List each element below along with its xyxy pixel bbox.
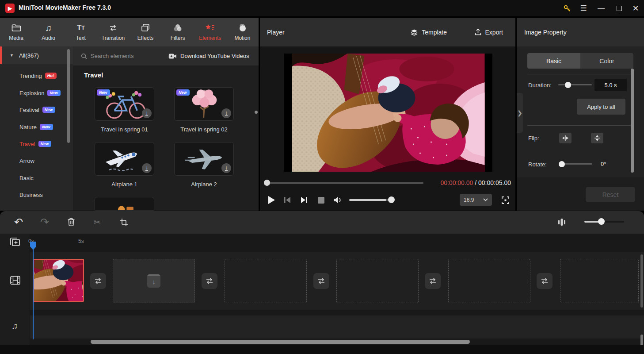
tab-label: Text: [76, 35, 86, 41]
download-icon[interactable]: ↓: [221, 163, 231, 173]
sidebar-item-label: Arrow: [19, 158, 34, 164]
crop-button[interactable]: [117, 215, 130, 229]
new-badge: New: [42, 107, 56, 113]
duration-slider-handle[interactable]: [565, 82, 571, 88]
minimize-button[interactable]: —: [594, 0, 609, 16]
tab-elements[interactable]: Elements: [194, 18, 226, 46]
duration-slider[interactable]: [558, 84, 592, 85]
tab-basic[interactable]: Basic: [527, 53, 580, 69]
timeline-horizontal-scrollbar[interactable]: [91, 340, 470, 344]
nav-tabbar: Media ♫ Audio TT Text Transition Effects…: [0, 18, 259, 46]
tab-color[interactable]: Color: [580, 53, 633, 69]
timeline-vertical-scrollbar[interactable]: [640, 254, 643, 308]
timeline-placeholder[interactable]: [225, 259, 307, 303]
timeline: ♫ 0s 5s ↓: [0, 234, 644, 354]
add-to-timeline-icon[interactable]: [9, 236, 21, 247]
sidebar-item-label: Basic: [19, 175, 34, 181]
folder-icon: [11, 23, 21, 33]
transition-slot[interactable]: [425, 273, 441, 289]
collapse-panel-button[interactable]: ❯: [517, 93, 523, 133]
download-icon[interactable]: ↓: [221, 108, 231, 118]
sidebar-item-festival[interactable]: FestivalNew: [0, 101, 73, 118]
element-card-travel-in-spring-02[interactable]: New ↓ Travel in spring 02: [174, 87, 234, 133]
volume-handle[interactable]: [388, 196, 395, 203]
property-panel-title: Image Property: [524, 29, 567, 36]
rotate-slider-handle[interactable]: [559, 161, 565, 167]
property-scrollbar[interactable]: [631, 69, 634, 173]
timeline-placeholder[interactable]: [560, 259, 639, 303]
tab-effects[interactable]: Effects: [130, 18, 162, 46]
export-button[interactable]: Export: [474, 18, 503, 46]
register-key-icon[interactable]: [560, 0, 575, 16]
transition-slot[interactable]: [90, 273, 106, 289]
volume-icon[interactable]: [332, 194, 344, 206]
reset-button[interactable]: Reset: [586, 187, 635, 202]
fullscreen-button[interactable]: [499, 194, 511, 206]
previous-frame-button[interactable]: [281, 194, 293, 206]
sidebar-item-all[interactable]: ▼ All(367): [0, 46, 73, 64]
seek-bar[interactable]: [264, 182, 423, 184]
panel-resize-handle[interactable]: [255, 111, 258, 114]
element-label: Airplane 1: [95, 181, 154, 188]
sidebar-scrollbar[interactable]: [67, 49, 70, 143]
play-button[interactable]: [265, 194, 278, 206]
volume-fill: [349, 199, 386, 201]
duration-value[interactable]: 5.0 s: [594, 79, 627, 91]
element-card-airplane-2[interactable]: ↓ Airplane 2: [174, 142, 234, 188]
download-icon[interactable]: ↓: [142, 108, 152, 118]
transition-slot[interactable]: [202, 273, 217, 289]
tab-transition[interactable]: Transition: [97, 18, 129, 46]
next-frame-button[interactable]: [298, 194, 310, 206]
element-card-airplane-1[interactable]: ↓ Airplane 1: [95, 142, 154, 188]
search-input[interactable]: [91, 53, 157, 59]
stop-button[interactable]: [315, 194, 327, 206]
split-scissors-button[interactable]: ✂: [91, 215, 104, 229]
sidebar-item-nature[interactable]: NatureNew: [0, 119, 73, 135]
tab-label: Effects: [137, 35, 153, 41]
tab-text[interactable]: TT Text: [65, 18, 97, 46]
element-thumbnail-partial[interactable]: [95, 197, 154, 211]
tab-label: Audio: [42, 35, 55, 41]
duration-label: Duration:: [528, 82, 552, 88]
element-card-travel-in-spring-01[interactable]: New ↓ Travel in spring 01: [95, 87, 154, 133]
download-icon[interactable]: ↓: [142, 163, 152, 173]
tab-label: Filters: [171, 35, 185, 41]
seek-handle[interactable]: [264, 180, 270, 186]
flip-horizontal-button[interactable]: [559, 133, 572, 143]
sidebar-item-travel[interactable]: TravelNew: [0, 135, 73, 152]
timeline-placeholder[interactable]: [336, 259, 419, 303]
elements-grid-panel: Download YouTube Videos Travel New ↓ Tra…: [73, 46, 259, 211]
fit-timeline-icon[interactable]: [555, 215, 568, 229]
hot-badge: Hot: [45, 73, 57, 79]
close-button[interactable]: ✕: [628, 0, 643, 16]
timeline-clip-selected[interactable]: [33, 259, 84, 302]
maximize-button[interactable]: [612, 0, 627, 16]
flip-vertical-button[interactable]: [591, 133, 603, 143]
playhead-marker[interactable]: [30, 242, 36, 250]
template-button[interactable]: Template: [410, 18, 447, 46]
element-label: Airplane 2: [174, 181, 234, 188]
download-youtube-link[interactable]: Download YouTube Videos: [168, 46, 249, 65]
timeline-zoom-handle[interactable]: [598, 218, 605, 225]
delete-button[interactable]: [65, 215, 78, 229]
undo-button[interactable]: ↶: [12, 215, 25, 229]
transition-slot[interactable]: [537, 273, 553, 289]
timeline-placeholder-drop-target[interactable]: ↓: [113, 259, 195, 303]
sidebar-item-arrow[interactable]: Arrow: [0, 152, 73, 169]
sidebar-item-trending[interactable]: TrendingHot: [0, 67, 73, 84]
tab-media[interactable]: Media: [0, 18, 32, 46]
video-preview[interactable]: [284, 54, 492, 172]
tab-motion[interactable]: Motion: [226, 18, 259, 46]
aspect-ratio-dropdown[interactable]: 16:9: [460, 194, 492, 206]
menu-button[interactable]: ☰: [576, 0, 591, 16]
apply-to-all-button[interactable]: Apply to all: [577, 99, 625, 115]
redo-button[interactable]: ↷: [38, 215, 51, 229]
tab-filters[interactable]: Filters: [162, 18, 194, 46]
divider: [527, 125, 633, 126]
transition-slot[interactable]: [313, 273, 329, 289]
sidebar-item-basic[interactable]: Basic: [0, 169, 73, 186]
tab-audio[interactable]: ♫ Audio: [32, 18, 65, 46]
sidebar-item-business[interactable]: Business: [0, 186, 73, 203]
sidebar-item-explosion[interactable]: ExplosionNew: [0, 85, 73, 101]
timeline-placeholder[interactable]: [448, 259, 530, 303]
